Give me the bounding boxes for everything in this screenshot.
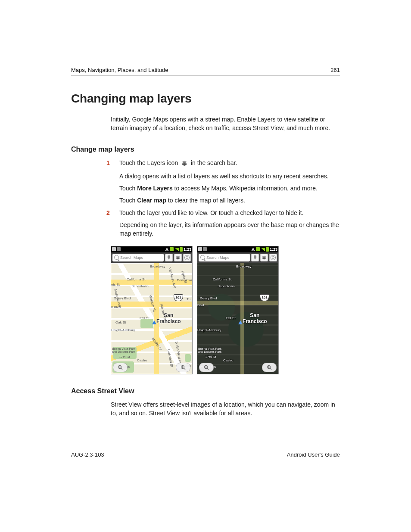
search-placeholder: Search Maps [206, 255, 229, 260]
running-header: Maps, Navigation, Places, and Latitude 2… [71, 67, 340, 75]
notification-icon [203, 247, 207, 251]
page-number: 261 [330, 67, 340, 73]
text: Touch [119, 197, 137, 204]
step-text-line2: A dialog opens with a list of layers as … [119, 172, 340, 180]
heading-change-map-layers: Change map layers [71, 146, 340, 153]
heading-access-street-view: Access Street View [71, 387, 340, 395]
street-view-paragraph: Street View offers street-level images o… [111, 400, 340, 418]
pin-icon [254, 255, 257, 260]
layers-button [260, 254, 268, 261]
step-number: 2 [106, 208, 110, 217]
places-button [251, 254, 259, 261]
user-location-icon [238, 320, 243, 324]
layers-icon [181, 160, 188, 168]
highway-shield: 101 [174, 294, 183, 301]
map-area: Broadway California St Japantown Geary B… [197, 263, 278, 374]
target-icon [271, 255, 276, 260]
figure-row: 1:23 Search Maps [111, 246, 340, 374]
map-label: Japantown [218, 284, 235, 288]
intro-paragraph: Initially, Google Maps opens with a stre… [111, 115, 340, 133]
map-label: 17th St [205, 355, 216, 359]
map-city-label: San Francisco [243, 312, 267, 324]
status-time: 1:23 [184, 247, 191, 252]
text: to access My Maps, Wikipedia information… [173, 185, 318, 192]
gps-icon [165, 247, 169, 251]
notification-icon [117, 247, 121, 251]
status-time: 1:23 [270, 247, 277, 252]
map-label: Tu [187, 297, 190, 301]
steps-list: 1 Touch the Layers icon in the search ba… [111, 159, 340, 238]
highway-shield: 101 [260, 294, 269, 301]
search-box: Search Maps [112, 254, 164, 261]
step-text-cont: in the search bar. [191, 159, 237, 166]
step-text-line2: Depending on the layer, its information … [119, 221, 340, 238]
map-label: Japantown [132, 284, 149, 288]
mylocation-button [183, 254, 191, 261]
map-label: Buena Vista Park and Dolores Park [112, 347, 136, 354]
search-placeholder: Search Maps [120, 255, 143, 260]
battery-icon [180, 247, 183, 252]
page-footer: AUG-2.3-103 Android User's Guide [71, 451, 340, 458]
map-label: Blvd [197, 303, 204, 307]
map-label: nis St [111, 283, 120, 286]
step-number: 1 [106, 159, 110, 167]
zoom-out-button [113, 363, 128, 372]
text: Touch [119, 185, 137, 192]
map-label: Geary Blvd [200, 296, 217, 300]
map-label: Fell St [226, 316, 236, 320]
svg-line-8 [121, 368, 122, 370]
status-bar: 1:23 [197, 246, 278, 252]
zoom-in-button [176, 363, 190, 372]
map-label: Castro [223, 358, 234, 362]
places-button [165, 254, 173, 261]
search-icon [114, 255, 119, 260]
search-row: Search Maps [111, 252, 192, 263]
layers-button [174, 254, 182, 261]
bold-clear-map: Clear map [137, 197, 166, 204]
page-title: Changing map layers [71, 92, 340, 106]
step-1: 1 Touch the Layers icon in the search ba… [111, 159, 340, 205]
map-label: Castro [137, 358, 147, 362]
target-icon [184, 255, 190, 260]
layers-icon [175, 255, 181, 260]
zoom-out-button [199, 363, 214, 372]
search-row: Search Maps [197, 252, 278, 263]
signal-icon [174, 248, 179, 251]
map-label: California St [127, 277, 146, 281]
map-label: Broadway [236, 264, 252, 268]
mail-icon [198, 247, 202, 251]
step-text: Touch the layer you'd like to view. Or t… [119, 209, 304, 216]
user-location-icon [152, 320, 156, 324]
sync-icon [170, 247, 174, 251]
section-name: Maps, Navigation, Places, and Latitude [71, 67, 168, 73]
signal-icon [261, 248, 265, 251]
map-label: Fell St [140, 316, 149, 320]
map-city-label: San Francisco [156, 312, 181, 324]
svg-line-12 [184, 368, 185, 370]
mail-icon [112, 247, 116, 251]
step-text: Touch the Layers icon [119, 159, 178, 166]
svg-line-18 [207, 368, 209, 370]
footer-left: AUG-2.3-103 [71, 451, 104, 458]
map-label: Haight-Ashbury [197, 328, 221, 332]
screenshot-satellite-map: 1:23 Search Maps [197, 246, 279, 374]
step-text-line4: Touch Clear map to clear the map of all … [119, 196, 340, 205]
map-label: Oak St [115, 320, 126, 324]
sync-icon [256, 247, 260, 251]
map-label: Haight-Ashbury [111, 328, 135, 332]
text: to clear the map of all layers. [166, 197, 245, 204]
screenshot-street-map: 1:23 Search Maps [111, 246, 193, 374]
step-2: 2 Touch the layer you'd like to view. Or… [111, 208, 340, 238]
gps-icon [251, 247, 255, 251]
map-label: Broadway [150, 264, 165, 268]
map-label: Buena Vista Park and Dolores Park [198, 347, 222, 354]
search-icon [200, 255, 205, 260]
zoom-in-button [262, 363, 277, 372]
map-label: California St [213, 277, 232, 281]
map-area: Broadway California St Downtowr nis St J… [111, 263, 192, 374]
battery-icon [266, 247, 269, 252]
svg-line-22 [270, 368, 271, 370]
mylocation-button [269, 254, 277, 261]
step-text-line3: Touch More Layers to access My Maps, Wik… [119, 184, 340, 193]
bold-more-layers: More Layers [137, 185, 172, 192]
